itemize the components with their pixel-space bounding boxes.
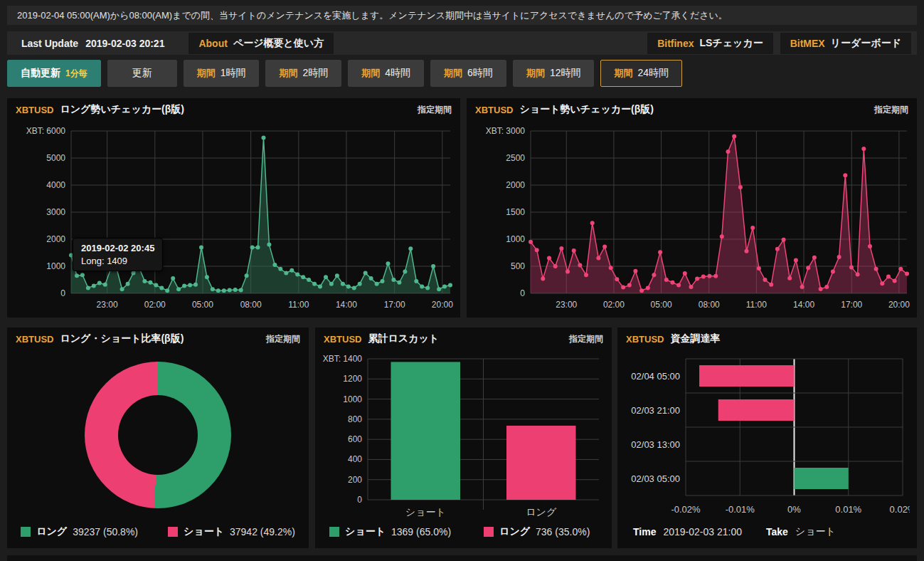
panel-long-short-ratio: XBTUSD ロング・ショート比率(β版) 指定期間 ロング 39237 (50…: [7, 327, 309, 548]
svg-text:20:00: 20:00: [432, 300, 453, 310]
svg-text:5000: 5000: [46, 153, 65, 163]
svg-text:02/03 21:00: 02/03 21:00: [631, 405, 680, 416]
period-button-2h[interactable]: 期間2時間: [265, 60, 341, 87]
svg-text:400: 400: [348, 454, 362, 464]
last-update-label: Last Update: [21, 38, 78, 49]
svg-text:2000: 2000: [506, 180, 525, 190]
svg-text:0: 0: [520, 288, 525, 298]
period-button-1h[interactable]: 期間1時間: [184, 60, 260, 87]
svg-text:ロング: ロング: [526, 506, 557, 518]
bitmex-leaderboard-button[interactable]: BitMEX リーダーボード: [780, 33, 911, 54]
svg-text:-0.02%: -0.02%: [671, 504, 701, 515]
svg-text:02/03 13:00: 02/03 13:00: [631, 439, 680, 450]
panel-liquidation-header: XBTUSD 累計ロスカット 指定期間: [315, 327, 612, 350]
panel-funding-rate: XBTUSD 資金調達率 -0.02%-0.01%0%0.01%0.02%02/…: [617, 327, 917, 548]
funding-footer: Time 2019-02-03 21:00 Take ショート: [633, 525, 836, 538]
tooltip-value: Long: 1409: [81, 256, 154, 266]
period-button-12h[interactable]: 期間12時間: [513, 60, 595, 87]
period-button-24h[interactable]: 期間24時間: [600, 60, 682, 87]
long-swatch: [484, 527, 494, 537]
svg-text:1200: 1200: [343, 374, 362, 384]
panel-long-header: XBTUSD ロング勢いチェッカー(β版) 指定期間: [7, 98, 460, 121]
svg-text:600: 600: [348, 434, 362, 444]
symbol-badge: XBTUSD: [16, 105, 53, 115]
liquidation-chart[interactable]: 020040060080010001200XBT: 1400ショートロング: [322, 350, 605, 524]
svg-text:800: 800: [348, 414, 362, 424]
period-button-4h[interactable]: 期間4時間: [348, 60, 424, 87]
svg-text:1500: 1500: [506, 207, 525, 217]
svg-text:1000: 1000: [343, 394, 362, 404]
panel-liquidation: XBTUSD 累計ロスカット 指定期間 02004006008001000120…: [315, 327, 612, 548]
about-text: ページ概要と使い方: [233, 37, 324, 50]
period-button-6h[interactable]: 期間6時間: [430, 60, 506, 87]
header-right: Bitfinex LSチェッカー BitMEX リーダーボード: [647, 33, 911, 54]
svg-text:XBT: 1400: XBT: 1400: [323, 354, 363, 364]
about-label: About: [198, 38, 227, 49]
svg-text:02:00: 02:00: [144, 300, 166, 310]
svg-text:02/03 05:00: 02/03 05:00: [631, 473, 680, 484]
auto-update-interval: 1分毎: [65, 68, 87, 80]
svg-text:08:00: 08:00: [240, 300, 262, 310]
svg-text:0.01%: 0.01%: [835, 504, 861, 515]
panel-title: 累計ロスカット: [368, 332, 439, 345]
svg-text:05:00: 05:00: [192, 300, 213, 310]
svg-text:2500: 2500: [506, 153, 525, 163]
panel-long-momentum: XBTUSD ロング勢いチェッカー(β版) 指定期間 0100020003000…: [7, 98, 460, 318]
symbol-badge: XBTUSD: [16, 334, 53, 345]
short-swatch: [329, 527, 339, 537]
toolbar: 自動更新 1分毎 更新 期間1時間期間2時間期間4時間期間6時間期間12時間期間…: [7, 60, 682, 87]
tooltip-date: 2019-02-02 20:45: [81, 243, 154, 253]
svg-text:1000: 1000: [46, 261, 65, 271]
panel-ratio-header: XBTUSD ロング・ショート比率(β版) 指定期間: [7, 327, 309, 350]
svg-text:08:00: 08:00: [699, 300, 720, 310]
header-bar: Last Update 2019-02-03 20:21 About ページ概要…: [7, 31, 917, 55]
svg-text:02:00: 02:00: [603, 300, 625, 310]
svg-text:20:00: 20:00: [888, 300, 910, 310]
panel-title: 資金調達率: [670, 332, 720, 345]
maintenance-text: 2019-02-04 05:00(AM)から08:00(AM)までの間、当サイト…: [17, 9, 728, 22]
svg-text:3000: 3000: [46, 207, 65, 217]
range-label: 指定期間: [418, 104, 452, 116]
svg-text:0.02%: 0.02%: [890, 504, 910, 515]
funding-rate-chart[interactable]: -0.02%-0.01%0%0.01%0.02%02/04 05:0002/03…: [625, 350, 910, 524]
svg-text:11:00: 11:00: [746, 300, 767, 310]
long-momentum-chart[interactable]: 010002000300040005000XBT: 600023:0002:00…: [14, 121, 453, 312]
panel-title: ロング・ショート比率(β版): [60, 332, 184, 345]
svg-text:23:00: 23:00: [97, 300, 118, 310]
panel-short-header: XBTUSD ショート勢いチェッカー(β版) 指定期間: [467, 98, 917, 121]
svg-text:-0.01%: -0.01%: [726, 504, 755, 515]
short-momentum-chart[interactable]: 05001000150020002500XBT: 300023:0002:000…: [474, 121, 910, 312]
symbol-badge: XBTUSD: [626, 334, 664, 345]
svg-text:XBT: 3000: XBT: 3000: [486, 126, 526, 136]
maintenance-banner: 2019-02-04 05:00(AM)から08:00(AM)までの間、当サイト…: [7, 6, 917, 25]
ratio-donut[interactable]: [85, 362, 231, 508]
svg-text:2000: 2000: [46, 234, 65, 244]
long-swatch: [21, 527, 31, 537]
svg-text:0%: 0%: [787, 504, 801, 515]
svg-text:0: 0: [357, 495, 362, 505]
svg-text:500: 500: [511, 261, 525, 271]
svg-text:1000: 1000: [506, 234, 525, 244]
liquidation-legend: ショート 1369 (65.0%) ロング 736 (35.0%): [315, 525, 612, 538]
bitfinex-label: Bitfinex: [657, 38, 694, 49]
svg-text:ショート: ショート: [405, 506, 446, 518]
svg-text:4000: 4000: [46, 180, 65, 190]
period-buttons: 期間1時間期間2時間期間4時間期間6時間期間12時間期間24時間: [184, 60, 682, 87]
range-label: 指定期間: [874, 104, 908, 116]
svg-text:23:00: 23:00: [556, 300, 577, 310]
bitfinex-ls-checker-button[interactable]: Bitfinex LSチェッカー: [647, 33, 773, 54]
svg-text:05:00: 05:00: [651, 300, 672, 310]
dashboard-page: 2019-02-04 05:00(AM)から08:00(AM)までの間、当サイト…: [0, 0, 924, 561]
refresh-label: 更新: [132, 67, 152, 80]
range-label: 指定期間: [266, 333, 300, 345]
ratio-legend: ロング 39237 (50.8%) ショート 37942 (49.2%): [7, 525, 309, 538]
next-panel-edge: [7, 555, 917, 561]
auto-update-button[interactable]: 自動更新 1分毎: [7, 60, 101, 87]
legend-item-long: ロング 736 (35.0%): [484, 525, 590, 538]
svg-text:14:00: 14:00: [336, 300, 357, 310]
refresh-button[interactable]: 更新: [107, 60, 177, 87]
about-button[interactable]: About ページ概要と使い方: [188, 33, 334, 54]
panel-short-momentum: XBTUSD ショート勢いチェッカー(β版) 指定期間 050010001500…: [467, 98, 917, 318]
auto-update-label: 自動更新: [21, 67, 60, 80]
range-label: 指定期間: [569, 333, 603, 345]
